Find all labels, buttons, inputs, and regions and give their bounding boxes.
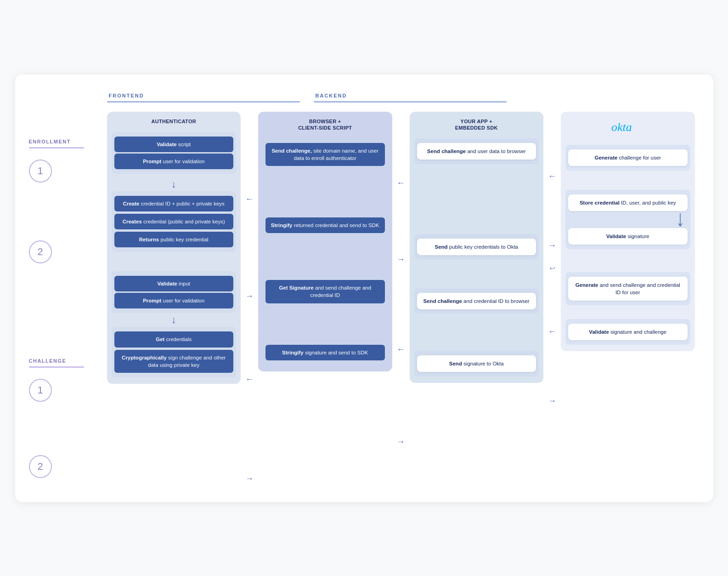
auth-returns-credential: Returns public key credential [114, 232, 234, 247]
arrow-app-okta: ← → ⤵ ← → [548, 112, 556, 406]
app-enroll-step2: Send public key credentials to Okta [414, 234, 539, 260]
auth-enroll-arrow1: ↓ [112, 179, 237, 189]
challenge-label: CHALLENGE [29, 358, 93, 364]
browser-stringify-enroll: Stringify returned credential and send t… [265, 217, 385, 233]
authenticator-col-title: AUTHENTICATOR [112, 118, 237, 125]
enrollment-step2-circle: 2 [29, 240, 52, 263]
auth-validate-input: Validate input [114, 276, 234, 291]
auth-challenge-step2: Get credentials Cryptographically sign c… [112, 327, 237, 377]
browser-send-challenge-enroll: Send challenge, site domain name, and us… [265, 143, 385, 166]
auth-creates-credential: Creates credential (public and private k… [114, 214, 234, 229]
svg-text:okta: okta [611, 120, 632, 134]
okta-store-credential: Store credential ID, user, and public ke… [568, 194, 688, 211]
auth-challenge-step1: Validate input Prompt user for validatio… [112, 271, 237, 313]
arrow-browser-app: ← → ← → [397, 112, 405, 447]
app-send-challenge-enroll: Send challenge and user data to browser [417, 143, 536, 160]
okta-enroll-step1: Generate challenge for user [565, 145, 690, 171]
okta-generate-challenge: Generate challenge for user [568, 149, 688, 166]
backend-zone-bar [314, 101, 507, 103]
auth-get-credentials: Get credentials [114, 331, 234, 347]
app-challenge-step2: Send signature to Okta [414, 351, 539, 376]
challenge-step1-circle: 1 [29, 379, 52, 402]
app-send-challenge-browser: Send challenge and credential ID to brow… [417, 293, 536, 309]
auth-create-credential: Create credential ID + public + private … [114, 196, 234, 211]
yourapp-col-title: YOUR APP +EMBEDDED SDK [414, 118, 539, 131]
left-labels: ENROLLMENT 1 2 CHALLENGE 1 2 [29, 139, 93, 485]
okta-challenge-step2: Validate signature and challenge [565, 319, 690, 345]
okta-generate-send-challenge: Generate and send challenge and credenti… [568, 277, 688, 301]
enrollment-step1-circle: 1 [29, 160, 52, 182]
challenge-step2-circle: 2 [29, 455, 52, 478]
browser-stringify-challenge: Stringify signature and send to SDK [265, 345, 385, 360]
okta-column: okta Generate challenge for user Store c… [561, 112, 695, 352]
challenge-divider [29, 366, 84, 368]
browser-challenge-step2: Stringify signature and send to SDK [263, 340, 388, 365]
okta-challenge-step1: Generate and send challenge and credenti… [565, 272, 690, 305]
diagram-container: ENROLLMENT 1 2 CHALLENGE 1 2 FRONTEND BA… [15, 74, 713, 502]
backend-zone-label: BACKEND [314, 93, 507, 98]
okta-validate-signature-enroll: Validate signature [568, 228, 688, 245]
browser-col-title: BROWSER +CLIENT-SIDE SCRIPT [263, 118, 388, 131]
auth-enroll-step1: Validate script Prompt user for validati… [112, 132, 237, 174]
arrow-auth-browser: ← → ← → [245, 112, 254, 484]
browser-enroll-step1: Send challenge, site domain name, and us… [263, 138, 388, 171]
frontend-zone-bar [107, 101, 300, 103]
auth-crypto-sign: Cryptographically sign challenge and oth… [114, 350, 234, 373]
enrollment-label: ENROLLMENT [29, 139, 93, 144]
app-enroll-step1: Send challenge and user data to browser [414, 138, 539, 164]
authenticator-column: AUTHENTICATOR Validate script Prompt use… [107, 112, 241, 384]
yourapp-column: YOUR APP +EMBEDDED SDK Send challenge an… [410, 112, 544, 383]
enrollment-divider [29, 147, 84, 148]
browser-challenge-step1: Get Signature and send challenge and cre… [263, 275, 388, 308]
app-send-credentials: Send public key credentials to Okta [417, 239, 536, 255]
okta-validate-sig-challenge: Validate signature and challenge [568, 324, 688, 340]
auth-enroll-step2: Create credential ID + public + private … [112, 191, 237, 252]
frontend-zone-label: FRONTEND [107, 93, 300, 98]
browser-get-signature: Get Signature and send challenge and cre… [265, 280, 385, 303]
okta-logo: okta [565, 118, 690, 136]
app-challenge-step1: Send challenge and credential ID to brow… [414, 288, 539, 314]
browser-enroll-step2: Stringify returned credential and send t… [263, 213, 388, 238]
auth-challenge-arrow1: ↓ [112, 315, 237, 325]
okta-enroll-step2: Store credential ID, user, and public ke… [565, 190, 690, 249]
auth-validate-script: Validate script [114, 137, 234, 152]
app-send-signature: Send signature to Okta [417, 355, 536, 372]
browser-column: BROWSER +CLIENT-SIDE SCRIPT Send challen… [258, 112, 392, 371]
